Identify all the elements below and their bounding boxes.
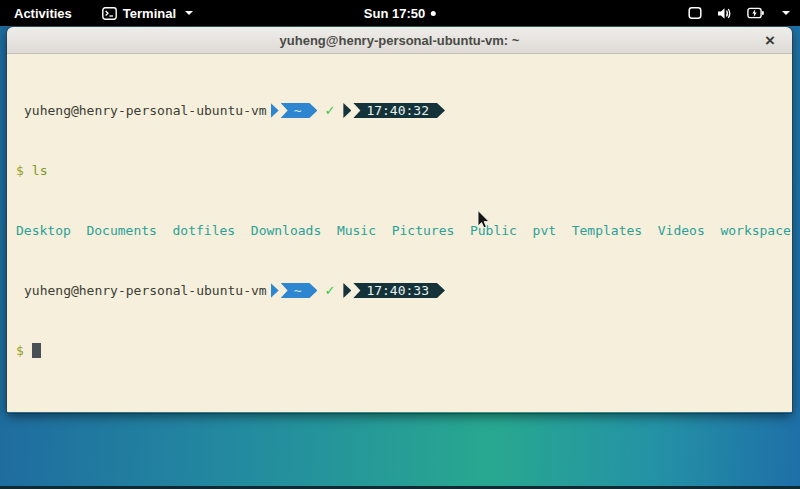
powerline-arrow-icon <box>271 283 279 298</box>
command-line: $ls <box>16 163 790 178</box>
powerline-arrow-icon <box>343 283 351 298</box>
prompt-dollar: $ <box>16 343 24 358</box>
status-check-icon: ✓ <box>324 283 335 298</box>
time-segment: 17:40:32 <box>353 103 445 118</box>
top-bar: Activities Terminal Sun 17:50 <box>0 0 800 26</box>
powerline-arrow-icon <box>271 103 279 118</box>
activities-button[interactable]: Activities <box>10 6 76 21</box>
prompt-user-host: yuheng@henry-personal-ubuntu-vm <box>24 103 267 118</box>
status-check-icon: ✓ <box>324 103 335 118</box>
display-icon <box>688 6 702 20</box>
powerline-arrow-icon <box>343 103 351 118</box>
command-line: $ <box>16 343 790 358</box>
window-titlebar[interactable]: yuheng@henry-personal-ubuntu-vm: ~ × <box>7 27 792 54</box>
prompt-dollar: $ <box>16 163 24 178</box>
clock-label: Sun 17:50 <box>364 6 425 21</box>
notification-dot-icon <box>431 11 436 16</box>
clock-button[interactable]: Sun 17:50 <box>364 6 436 21</box>
window-title: yuheng@henry-personal-ubuntu-vm: ~ <box>280 33 520 48</box>
close-icon: × <box>765 32 775 49</box>
prompt-line: yuheng@henry-personal-ubuntu-vm ~ ✓ 17:4… <box>16 283 790 298</box>
cwd-segment: ~ <box>281 283 318 298</box>
chevron-down-icon <box>185 11 193 15</box>
prompt-line: yuheng@henry-personal-ubuntu-vm ~ ✓ 17:4… <box>16 103 790 118</box>
app-menu-label: Terminal <box>123 6 176 21</box>
system-menu[interactable] <box>688 6 790 20</box>
cwd-segment: ~ <box>281 103 318 118</box>
command-text: ls <box>32 163 48 178</box>
chevron-down-icon <box>782 11 790 15</box>
battery-charging-icon <box>747 7 764 19</box>
ls-output-line: Desktop Documents dotfiles Downloads Mus… <box>16 223 790 238</box>
mouse-cursor <box>477 210 492 236</box>
close-button[interactable]: × <box>758 27 782 53</box>
terminal-app-icon <box>102 7 117 20</box>
volume-icon <box>717 7 732 20</box>
block-cursor <box>32 343 41 358</box>
time-segment: 17:40:33 <box>353 283 445 298</box>
prompt-user-host: yuheng@henry-personal-ubuntu-vm <box>24 283 267 298</box>
terminal-window: yuheng@henry-personal-ubuntu-vm: ~ × yuh… <box>7 27 792 413</box>
app-menu[interactable]: Terminal <box>102 6 193 21</box>
terminal-content[interactable]: yuheng@henry-personal-ubuntu-vm ~ ✓ 17:4… <box>7 54 792 412</box>
